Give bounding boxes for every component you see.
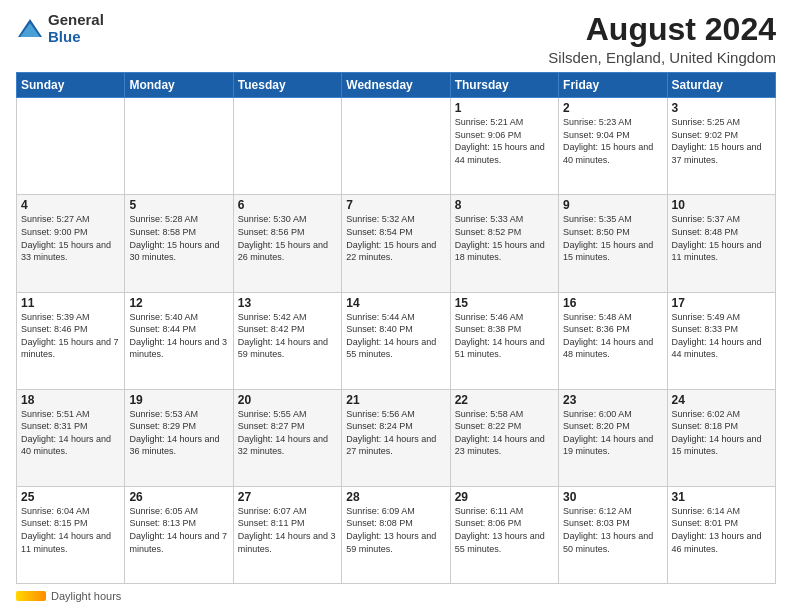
calendar-cell	[17, 98, 125, 195]
day-info: Sunrise: 5:55 AM Sunset: 8:27 PM Dayligh…	[238, 408, 337, 458]
day-info: Sunrise: 5:21 AM Sunset: 9:06 PM Dayligh…	[455, 116, 554, 166]
calendar-cell	[342, 98, 450, 195]
calendar-cell: 25Sunrise: 6:04 AM Sunset: 8:15 PM Dayli…	[17, 486, 125, 583]
calendar-cell: 19Sunrise: 5:53 AM Sunset: 8:29 PM Dayli…	[125, 389, 233, 486]
day-number: 21	[346, 393, 445, 407]
day-info: Sunrise: 6:04 AM Sunset: 8:15 PM Dayligh…	[21, 505, 120, 555]
logo-blue: Blue	[48, 29, 104, 46]
day-info: Sunrise: 6:02 AM Sunset: 8:18 PM Dayligh…	[672, 408, 771, 458]
calendar-cell	[125, 98, 233, 195]
calendar-cell: 31Sunrise: 6:14 AM Sunset: 8:01 PM Dayli…	[667, 486, 775, 583]
day-number: 10	[672, 198, 771, 212]
header-day: Thursday	[450, 73, 558, 98]
calendar-cell: 4Sunrise: 5:27 AM Sunset: 9:00 PM Daylig…	[17, 195, 125, 292]
calendar-cell: 16Sunrise: 5:48 AM Sunset: 8:36 PM Dayli…	[559, 292, 667, 389]
day-number: 30	[563, 490, 662, 504]
day-info: Sunrise: 6:07 AM Sunset: 8:11 PM Dayligh…	[238, 505, 337, 555]
header-day: Sunday	[17, 73, 125, 98]
day-number: 6	[238, 198, 337, 212]
day-number: 23	[563, 393, 662, 407]
calendar-cell: 3Sunrise: 5:25 AM Sunset: 9:02 PM Daylig…	[667, 98, 775, 195]
day-info: Sunrise: 6:05 AM Sunset: 8:13 PM Dayligh…	[129, 505, 228, 555]
day-info: Sunrise: 5:44 AM Sunset: 8:40 PM Dayligh…	[346, 311, 445, 361]
calendar-cell: 21Sunrise: 5:56 AM Sunset: 8:24 PM Dayli…	[342, 389, 450, 486]
calendar-cell: 9Sunrise: 5:35 AM Sunset: 8:50 PM Daylig…	[559, 195, 667, 292]
calendar-cell: 15Sunrise: 5:46 AM Sunset: 8:38 PM Dayli…	[450, 292, 558, 389]
page: General Blue August 2024 Silsden, Englan…	[0, 0, 792, 612]
calendar-header: SundayMondayTuesdayWednesdayThursdayFrid…	[17, 73, 776, 98]
calendar-cell: 13Sunrise: 5:42 AM Sunset: 8:42 PM Dayli…	[233, 292, 341, 389]
header-day: Wednesday	[342, 73, 450, 98]
header-day: Monday	[125, 73, 233, 98]
day-number: 4	[21, 198, 120, 212]
day-number: 18	[21, 393, 120, 407]
day-number: 25	[21, 490, 120, 504]
day-number: 2	[563, 101, 662, 115]
day-number: 19	[129, 393, 228, 407]
subtitle: Silsden, England, United Kingdom	[548, 49, 776, 66]
day-info: Sunrise: 6:00 AM Sunset: 8:20 PM Dayligh…	[563, 408, 662, 458]
day-info: Sunrise: 5:40 AM Sunset: 8:44 PM Dayligh…	[129, 311, 228, 361]
calendar-cell: 7Sunrise: 5:32 AM Sunset: 8:54 PM Daylig…	[342, 195, 450, 292]
calendar-cell: 6Sunrise: 5:30 AM Sunset: 8:56 PM Daylig…	[233, 195, 341, 292]
logo: General Blue	[16, 12, 104, 45]
day-number: 5	[129, 198, 228, 212]
calendar-week-row: 4Sunrise: 5:27 AM Sunset: 9:00 PM Daylig…	[17, 195, 776, 292]
calendar-body: 1Sunrise: 5:21 AM Sunset: 9:06 PM Daylig…	[17, 98, 776, 584]
title-block: August 2024 Silsden, England, United Kin…	[548, 12, 776, 66]
day-info: Sunrise: 5:53 AM Sunset: 8:29 PM Dayligh…	[129, 408, 228, 458]
day-info: Sunrise: 5:56 AM Sunset: 8:24 PM Dayligh…	[346, 408, 445, 458]
day-info: Sunrise: 5:46 AM Sunset: 8:38 PM Dayligh…	[455, 311, 554, 361]
day-info: Sunrise: 6:12 AM Sunset: 8:03 PM Dayligh…	[563, 505, 662, 555]
day-number: 15	[455, 296, 554, 310]
day-info: Sunrise: 5:23 AM Sunset: 9:04 PM Dayligh…	[563, 116, 662, 166]
day-number: 26	[129, 490, 228, 504]
day-info: Sunrise: 5:32 AM Sunset: 8:54 PM Dayligh…	[346, 213, 445, 263]
header-day: Friday	[559, 73, 667, 98]
day-info: Sunrise: 5:58 AM Sunset: 8:22 PM Dayligh…	[455, 408, 554, 458]
calendar-week-row: 18Sunrise: 5:51 AM Sunset: 8:31 PM Dayli…	[17, 389, 776, 486]
day-number: 1	[455, 101, 554, 115]
calendar-week-row: 25Sunrise: 6:04 AM Sunset: 8:15 PM Dayli…	[17, 486, 776, 583]
day-info: Sunrise: 6:09 AM Sunset: 8:08 PM Dayligh…	[346, 505, 445, 555]
calendar-cell: 1Sunrise: 5:21 AM Sunset: 9:06 PM Daylig…	[450, 98, 558, 195]
calendar-cell: 12Sunrise: 5:40 AM Sunset: 8:44 PM Dayli…	[125, 292, 233, 389]
day-info: Sunrise: 5:48 AM Sunset: 8:36 PM Dayligh…	[563, 311, 662, 361]
calendar-cell: 23Sunrise: 6:00 AM Sunset: 8:20 PM Dayli…	[559, 389, 667, 486]
day-info: Sunrise: 5:25 AM Sunset: 9:02 PM Dayligh…	[672, 116, 771, 166]
daylight-legend: Daylight hours	[16, 590, 121, 602]
day-number: 31	[672, 490, 771, 504]
day-number: 11	[21, 296, 120, 310]
calendar-cell: 17Sunrise: 5:49 AM Sunset: 8:33 PM Dayli…	[667, 292, 775, 389]
day-number: 9	[563, 198, 662, 212]
calendar-cell: 27Sunrise: 6:07 AM Sunset: 8:11 PM Dayli…	[233, 486, 341, 583]
day-number: 8	[455, 198, 554, 212]
day-info: Sunrise: 5:37 AM Sunset: 8:48 PM Dayligh…	[672, 213, 771, 263]
calendar-table: SundayMondayTuesdayWednesdayThursdayFrid…	[16, 72, 776, 584]
calendar-cell: 11Sunrise: 5:39 AM Sunset: 8:46 PM Dayli…	[17, 292, 125, 389]
calendar-cell: 30Sunrise: 6:12 AM Sunset: 8:03 PM Dayli…	[559, 486, 667, 583]
calendar-week-row: 1Sunrise: 5:21 AM Sunset: 9:06 PM Daylig…	[17, 98, 776, 195]
day-number: 22	[455, 393, 554, 407]
calendar-cell: 10Sunrise: 5:37 AM Sunset: 8:48 PM Dayli…	[667, 195, 775, 292]
calendar-cell: 22Sunrise: 5:58 AM Sunset: 8:22 PM Dayli…	[450, 389, 558, 486]
day-info: Sunrise: 5:30 AM Sunset: 8:56 PM Dayligh…	[238, 213, 337, 263]
calendar-cell	[233, 98, 341, 195]
day-number: 27	[238, 490, 337, 504]
day-number: 24	[672, 393, 771, 407]
calendar-cell: 14Sunrise: 5:44 AM Sunset: 8:40 PM Dayli…	[342, 292, 450, 389]
logo-text: General Blue	[48, 12, 104, 45]
day-number: 13	[238, 296, 337, 310]
legend-bar	[16, 591, 46, 601]
day-info: Sunrise: 6:11 AM Sunset: 8:06 PM Dayligh…	[455, 505, 554, 555]
header-day: Saturday	[667, 73, 775, 98]
main-title: August 2024	[548, 12, 776, 47]
header-row: SundayMondayTuesdayWednesdayThursdayFrid…	[17, 73, 776, 98]
calendar-cell: 2Sunrise: 5:23 AM Sunset: 9:04 PM Daylig…	[559, 98, 667, 195]
day-info: Sunrise: 5:27 AM Sunset: 9:00 PM Dayligh…	[21, 213, 120, 263]
day-number: 28	[346, 490, 445, 504]
calendar-cell: 28Sunrise: 6:09 AM Sunset: 8:08 PM Dayli…	[342, 486, 450, 583]
calendar-cell: 26Sunrise: 6:05 AM Sunset: 8:13 PM Dayli…	[125, 486, 233, 583]
day-info: Sunrise: 5:39 AM Sunset: 8:46 PM Dayligh…	[21, 311, 120, 361]
day-number: 17	[672, 296, 771, 310]
